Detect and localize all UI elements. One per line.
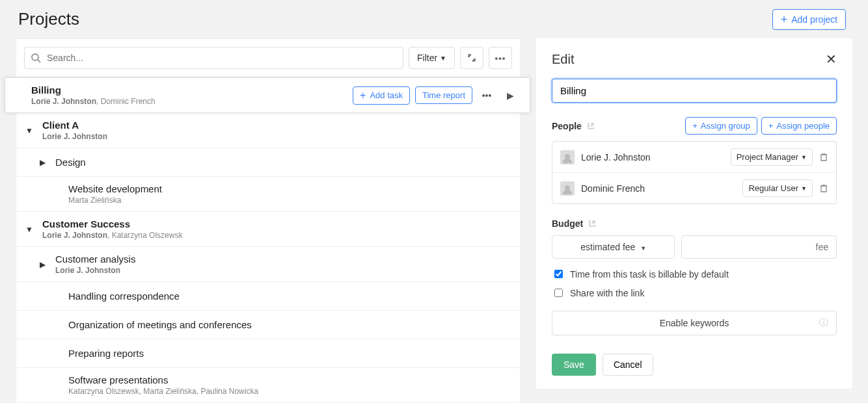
projects-panel: Filter ▼ ••• Billing Lorie J. Johnston, … [16, 38, 521, 403]
billable-label: Time from this task is billable by defau… [570, 269, 729, 280]
estimated-fee-dropdown[interactable]: estimated fee ▼ [552, 235, 675, 259]
tree-row-software[interactable]: Software presentations Katarzyna Olszews… [16, 368, 520, 403]
row-sub: Lorie J. Johnston, Katarzyna Olszewsk [42, 231, 512, 240]
more-icon-button[interactable]: ••• [489, 47, 512, 69]
cancel-button[interactable]: Cancel [603, 354, 653, 376]
row-title: Organization of meetings and conferences [68, 319, 512, 330]
person-row: Lorie J. Johnston Project Manager ▼ [552, 142, 836, 172]
add-task-button[interactable]: + Add task [353, 86, 410, 105]
info-icon: ⓘ [819, 317, 828, 329]
row-title: Preparing reports [68, 348, 512, 359]
page-title: Projects [0, 0, 79, 38]
add-project-label: Add project [791, 14, 837, 25]
row-title: Billing [31, 84, 353, 96]
row-sub: Marta Zielińska [68, 196, 512, 205]
share-checkbox[interactable] [554, 289, 563, 297]
filter-button[interactable]: Filter ▼ [409, 47, 455, 69]
caret-down-icon: ▼ [801, 154, 807, 161]
role-dropdown[interactable]: Regular User ▼ [742, 179, 813, 197]
tree-row-customer-success[interactable]: ▼ Customer Success Lorie J. Johnston, Ka… [16, 212, 520, 247]
assign-group-button[interactable]: + Assign group [685, 117, 757, 135]
add-project-button[interactable]: + Add project [772, 9, 846, 30]
external-link-icon[interactable] [588, 220, 596, 228]
svg-point-0 [32, 54, 38, 60]
fee-input[interactable] [681, 235, 837, 259]
estimated-fee-label: estimated fee [580, 242, 635, 252]
billable-checkbox-row[interactable]: Time from this task is billable by defau… [552, 268, 837, 280]
project-name-input[interactable] [552, 79, 837, 103]
row-title: Software presentations [68, 374, 512, 385]
billable-checkbox[interactable] [554, 270, 563, 278]
caret-down-icon: ▼ [440, 55, 446, 62]
assign-people-button[interactable]: + Assign people [761, 117, 837, 135]
row-more-button[interactable]: ••• [478, 90, 496, 101]
tree-row-website-development[interactable]: Website development Marta Zielińska [16, 177, 520, 212]
save-button[interactable]: Save [552, 354, 596, 376]
chevron-right-icon[interactable]: ▶ [29, 260, 55, 269]
caret-down-icon: ▼ [640, 245, 646, 252]
edit-title: Edit [552, 52, 574, 67]
time-report-label: Time report [422, 90, 465, 100]
row-sub: Lorie J. Johnston, Dominic French [31, 97, 353, 106]
search-input[interactable] [24, 47, 403, 69]
person-row: Dominic French Regular User ▼ [552, 172, 836, 203]
plus-icon: + [692, 121, 698, 131]
plus-icon: + [768, 121, 774, 131]
chevron-right-icon[interactable]: ▶ [29, 158, 55, 167]
role-label: Regular User [748, 183, 798, 193]
chevron-down-icon[interactable]: ▼ [16, 126, 42, 135]
row-sub: Katarzyna Olszewsk, Marta Zielińska, Pau… [68, 387, 512, 396]
add-task-label: Add task [370, 90, 403, 100]
tree-row-correspondence[interactable]: Handling correspondence [16, 282, 520, 311]
assign-group-label: Assign group [701, 121, 750, 131]
filter-label: Filter [417, 53, 437, 63]
person-name: Lorie J. Johnston [581, 152, 724, 162]
close-icon[interactable]: ✕ [826, 51, 837, 67]
trash-icon[interactable] [819, 153, 828, 162]
row-expand-button[interactable]: ▶ [501, 90, 519, 101]
trash-icon[interactable] [819, 184, 828, 193]
more-icon: ••• [495, 53, 506, 63]
plus-icon: + [781, 14, 788, 25]
row-title: Customer Success [42, 218, 512, 229]
tree-row-client-a[interactable]: ▼ Client A Lorie J. Johnston [16, 113, 520, 148]
row-title: Handling correspondence [68, 291, 512, 302]
edit-panel: Edit ✕ People + Assign group + Assign pe… [536, 38, 852, 389]
time-report-button[interactable]: Time report [415, 86, 472, 104]
avatar [560, 181, 575, 196]
role-label: Project Manager [737, 152, 798, 162]
expand-icon-button[interactable] [460, 47, 483, 69]
share-label: Share with the link [570, 288, 644, 298]
row-sub: Lorie J. Johnston [55, 266, 512, 275]
share-checkbox-row[interactable]: Share with the link [552, 287, 837, 299]
caret-down-icon: ▼ [801, 185, 807, 192]
tree-row-billing[interactable]: Billing Lorie J. Johnston, Dominic Frenc… [5, 77, 530, 113]
row-sub: Lorie J. Johnston [42, 132, 512, 141]
tree-row-reports[interactable]: Preparing reports [16, 339, 520, 368]
avatar [560, 150, 575, 164]
tree-row-design[interactable]: ▶ Design [16, 148, 520, 177]
plus-icon: + [360, 90, 366, 101]
search-icon [31, 53, 41, 63]
svg-line-1 [38, 60, 40, 62]
tree-row-organization[interactable]: Organization of meetings and conferences [16, 311, 520, 339]
role-dropdown[interactable]: Project Manager ▼ [731, 148, 813, 166]
assign-people-label: Assign people [776, 121, 830, 131]
external-link-icon[interactable] [587, 122, 595, 130]
row-title: Client A [42, 120, 512, 131]
row-title: Website development [68, 183, 512, 194]
enable-keywords-button[interactable]: Enable keywords ⓘ [552, 311, 837, 335]
people-label: People [552, 121, 582, 131]
budget-label: Budget [552, 218, 583, 229]
row-title: Design [55, 157, 512, 168]
keywords-label: Enable keywords [660, 318, 729, 328]
person-name: Dominic French [581, 183, 736, 194]
tree-row-customer-analysis[interactable]: ▶ Customer analysis Lorie J. Johnston [16, 247, 520, 282]
row-title: Customer analysis [55, 254, 512, 265]
chevron-down-icon[interactable]: ▼ [16, 225, 42, 234]
